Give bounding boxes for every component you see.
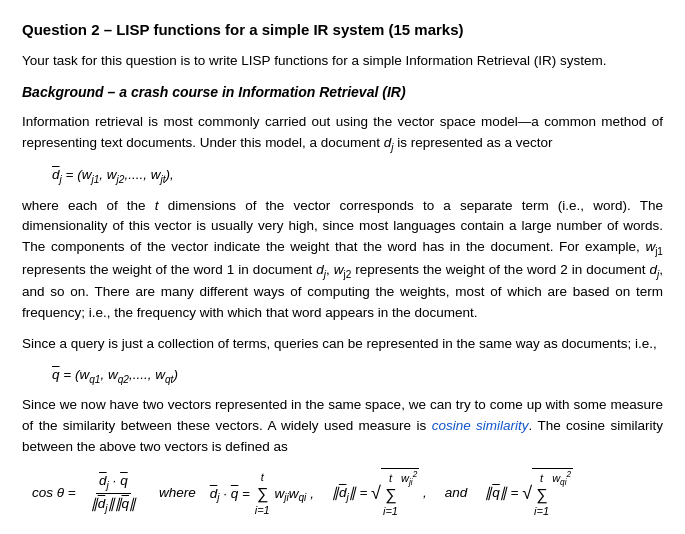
cosine-formula: cos θ = dj · q ‖dj‖‖q‖ where dj · q = t … bbox=[32, 468, 663, 520]
formula-dj-vector: dj = (wj1, wj2,...., wjt), bbox=[52, 165, 663, 187]
question-title: Question 2 – LISP functions for a simple… bbox=[22, 18, 663, 41]
background-heading: Background – a crash course in Informati… bbox=[22, 82, 663, 104]
paragraph-1: Information retrieval is most commonly c… bbox=[22, 112, 663, 155]
formula-q-vector: q = (wq1, wq2,...., wqt) bbox=[52, 365, 663, 387]
paragraph-4: Since we now have two vectors represente… bbox=[22, 395, 663, 458]
intro-paragraph: Your task for this question is to write … bbox=[22, 51, 663, 72]
paragraph-3: Since a query is just a collection of te… bbox=[22, 334, 663, 355]
paragraph-5: So, to find which, of a collection of do… bbox=[22, 530, 663, 534]
paragraph-2: where each of the t dimensions of the ve… bbox=[22, 196, 663, 324]
